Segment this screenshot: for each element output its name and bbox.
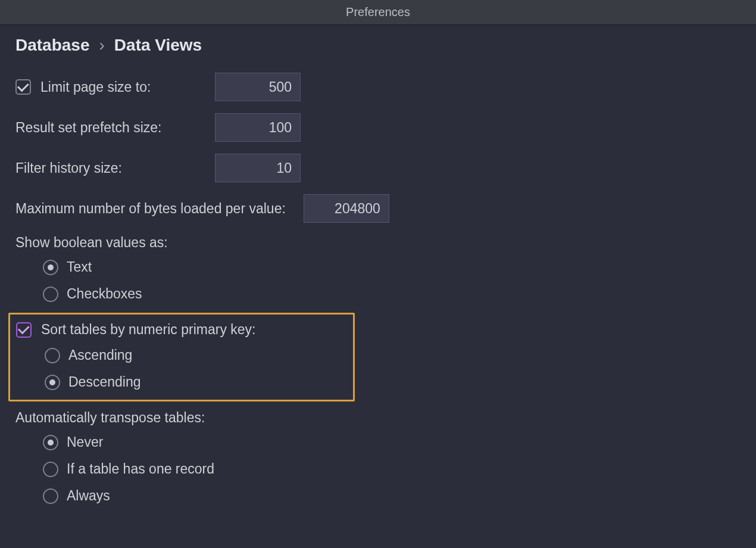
- boolean-display-text[interactable]: Text: [43, 259, 741, 275]
- transpose-options: Never If a table has one record Always: [15, 434, 741, 504]
- transpose-never[interactable]: Never: [43, 434, 741, 450]
- radio-label: Checkboxes: [67, 286, 142, 302]
- max-bytes-row: Maximum number of bytes loaded per value…: [15, 194, 741, 223]
- transpose-one-record[interactable]: If a table has one record: [43, 461, 741, 477]
- limit-page-size-input[interactable]: [215, 73, 301, 101]
- radio-label: Descending: [68, 374, 140, 390]
- window-titlebar: Preferences: [0, 0, 756, 25]
- boolean-display-checkboxes[interactable]: Checkboxes: [43, 286, 741, 302]
- radio-icon: [43, 260, 58, 275]
- limit-page-size-checkbox[interactable]: [15, 79, 31, 95]
- max-bytes-label: Maximum number of bytes loaded per value…: [15, 201, 286, 217]
- breadcrumb: Database › Data Views: [15, 36, 741, 55]
- radio-icon: [43, 488, 58, 504]
- sort-primary-key-label: Sort tables by numeric primary key:: [41, 322, 255, 338]
- radio-icon: [43, 462, 58, 477]
- radio-icon: [45, 348, 60, 363]
- radio-label: If a table has one record: [67, 461, 214, 477]
- limit-page-size-label: Limit page size to:: [40, 79, 151, 95]
- radio-icon: [43, 435, 58, 450]
- radio-label: Always: [67, 488, 110, 504]
- filter-history-input[interactable]: [215, 154, 301, 182]
- limit-page-size-row: Limit page size to:: [15, 73, 741, 101]
- sort-ascending[interactable]: Ascending: [45, 347, 347, 363]
- sort-primary-key-group: Sort tables by numeric primary key: Asce…: [8, 313, 355, 401]
- radio-icon: [45, 375, 60, 390]
- breadcrumb-current: Data Views: [114, 36, 202, 55]
- prefetch-size-input[interactable]: [215, 113, 301, 142]
- sort-descending[interactable]: Descending: [45, 374, 347, 390]
- prefetch-size-label: Result set prefetch size:: [15, 120, 161, 136]
- transpose-label: Automatically transpose tables:: [15, 410, 741, 426]
- boolean-display-options: Text Checkboxes: [15, 259, 741, 302]
- radio-label: Ascending: [68, 347, 132, 363]
- filter-history-label: Filter history size:: [15, 160, 122, 176]
- transpose-always[interactable]: Always: [43, 488, 741, 504]
- window-title: Preferences: [346, 5, 410, 19]
- radio-label: Never: [67, 434, 103, 450]
- radio-icon: [43, 287, 58, 302]
- boolean-display-label: Show boolean values as:: [15, 235, 741, 251]
- max-bytes-input[interactable]: [304, 194, 389, 223]
- radio-label: Text: [67, 259, 92, 275]
- preferences-content: Database › Data Views Limit page size to…: [0, 25, 756, 525]
- sort-primary-key-options: Ascending Descending: [16, 347, 347, 390]
- chevron-right-icon: ›: [99, 36, 105, 55]
- breadcrumb-parent[interactable]: Database: [15, 36, 90, 55]
- sort-primary-key-checkbox[interactable]: [16, 322, 32, 338]
- prefetch-size-row: Result set prefetch size:: [15, 113, 741, 142]
- filter-history-row: Filter history size:: [15, 154, 741, 182]
